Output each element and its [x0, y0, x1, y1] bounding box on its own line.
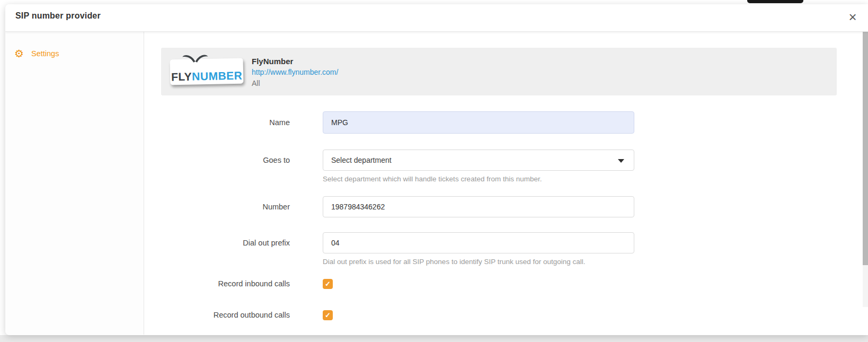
form-row-record-inbound: Record inbound calls ✓ [144, 279, 868, 289]
logo-text-fly: FLY [171, 71, 192, 83]
modal-body: ⚙ Settings FLYNUMBER FlyNumber http:/ [5, 32, 868, 335]
check-icon: ✓ [325, 311, 331, 319]
sidebar-item-label: Settings [31, 49, 59, 58]
goes-to-label-col: Goes to [144, 150, 290, 171]
flynumber-logo: FLYNUMBER [170, 58, 244, 85]
dial-out-prefix-label-col: Dial out prefix [144, 232, 290, 253]
sip-number-provider-modal: SIP number provider × ⚙ Settings FLYNUMB… [5, 4, 868, 335]
form-row-number: Number [144, 196, 868, 217]
form-row-name: Name [144, 111, 868, 134]
number-input[interactable] [323, 196, 634, 217]
provider-name: FlyNumber [252, 56, 338, 67]
dial-out-prefix-input[interactable] [323, 232, 634, 253]
background-page-element [747, 0, 803, 3]
gear-icon: ⚙ [13, 48, 25, 59]
provider-card: FLYNUMBER FlyNumber http://www.flynumber… [161, 48, 837, 95]
form-row-goes-to: Goes to Select department Select departm… [144, 150, 868, 183]
provider-scope: All [252, 78, 338, 89]
dial-out-prefix-field-label: Dial out prefix [243, 239, 290, 247]
department-select[interactable]: Select department [323, 150, 634, 171]
close-icon[interactable]: × [845, 8, 861, 26]
check-icon: ✓ [325, 280, 331, 288]
department-select-value: Select department [331, 156, 392, 164]
record-outbound-label-col: Record outbound calls [144, 310, 290, 320]
modal-header: SIP number provider × [5, 4, 868, 32]
sidebar: ⚙ Settings [5, 32, 144, 335]
name-label-col: Name [144, 111, 290, 134]
chevron-down-icon [618, 159, 624, 163]
name-input[interactable] [323, 111, 634, 134]
record-inbound-label-col: Record inbound calls [144, 279, 290, 289]
background-page-strip [0, 335, 868, 342]
record-outbound-label: Record outbound calls [214, 311, 290, 319]
number-label-col: Number [144, 196, 290, 217]
goes-to-help-text: Select department which will handle tick… [323, 175, 634, 183]
provider-url-link[interactable]: http://www.flynumber.com/ [252, 67, 338, 78]
logo-text-number: NUMBER [192, 69, 243, 83]
form-row-dial-out-prefix: Dial out prefix Dial out prefix is used … [144, 232, 868, 266]
page-title: SIP number provider [15, 11, 101, 21]
record-outbound-checkbox[interactable]: ✓ [323, 310, 333, 320]
dial-out-prefix-help-text: Dial out prefix is used for all SIP phon… [323, 258, 634, 266]
record-inbound-checkbox[interactable]: ✓ [323, 279, 333, 289]
provider-info: FlyNumber http://www.flynumber.com/ All [252, 56, 338, 95]
form-row-record-outbound: Record outbound calls ✓ [144, 310, 868, 320]
number-field-label: Number [262, 203, 290, 211]
wings-icon [182, 52, 208, 64]
goes-to-field-label: Goes to [263, 156, 290, 164]
modal-scrollbar[interactable] [863, 32, 868, 307]
scrollbar-thumb[interactable] [863, 32, 868, 265]
sidebar-item-settings[interactable]: ⚙ Settings [5, 45, 144, 63]
name-field-label: Name [269, 118, 290, 127]
main-content: FLYNUMBER FlyNumber http://www.flynumber… [144, 32, 868, 335]
record-inbound-label: Record inbound calls [218, 279, 290, 288]
